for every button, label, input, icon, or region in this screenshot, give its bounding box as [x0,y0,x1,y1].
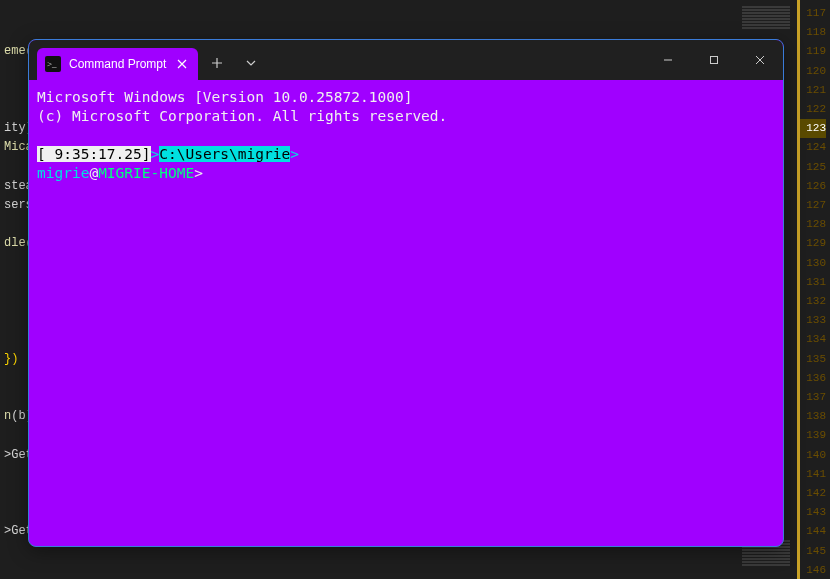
line-number: 146 [799,561,826,579]
line-number: 119 [799,42,826,61]
line-number: 122 [799,100,826,119]
svg-rect-2 [711,57,718,64]
line-number: 138 [799,407,826,426]
line-number: 129 [799,234,826,253]
line-number: 145 [799,542,826,561]
line-number: 125 [799,158,826,177]
terminal-titlebar[interactable]: >_ Command Prompt [29,40,783,80]
line-number: 118 [799,23,826,42]
line-number: 133 [799,311,826,330]
line-number: 134 [799,330,826,349]
line-number: 123 [799,119,826,138]
close-button[interactable] [737,40,783,80]
svg-text:>_: >_ [47,59,57,69]
editor-line-gutter: 1171181191201211221231241251261271281291… [798,0,830,579]
line-number: 124 [799,138,826,157]
tab-command-prompt[interactable]: >_ Command Prompt [37,48,198,80]
line-number: 144 [799,522,826,541]
maximize-button[interactable] [691,40,737,80]
prompt-gt: > [290,146,299,162]
line-number: 126 [799,177,826,196]
prompt-gt: > [194,165,203,181]
prompt-gt: > [151,146,160,162]
prompt-path: C:\Users\migrie [159,146,290,162]
line-number: 140 [799,446,826,465]
line-number: 136 [799,369,826,388]
line-number: 131 [799,273,826,292]
line-number: 139 [799,426,826,445]
line-number: 117 [799,4,826,23]
line-number: 127 [799,196,826,215]
line-number: 121 [799,81,826,100]
prompt-line-2: migrie@MIGRIE-HOME> [37,164,775,183]
terminal-window: >_ Command Prompt [28,39,784,547]
line-number: 135 [799,350,826,369]
tab-close-button[interactable] [174,56,190,72]
line-number: 137 [799,388,826,407]
banner-line: Microsoft Windows [Version 10.0.25872.10… [37,88,775,107]
window-caption-controls [645,40,783,80]
prompt-user: migrie [37,165,89,181]
tab-dropdown-button[interactable] [236,48,266,78]
line-number: 143 [799,503,826,522]
prompt-time: [ 9:35:17.25] [37,146,151,162]
line-number: 142 [799,484,826,503]
line-number: 130 [799,254,826,273]
line-number: 132 [799,292,826,311]
prompt-line-1: [ 9:35:17.25]>C:\Users\migrie> [37,145,775,164]
tab-title: Command Prompt [69,57,166,71]
terminal-output[interactable]: Microsoft Windows [Version 10.0.25872.10… [29,80,783,546]
banner-line: (c) Microsoft Corporation. All rights re… [37,107,775,126]
cmd-icon: >_ [45,56,61,72]
blank-line [37,126,775,145]
prompt-at: @ [89,165,98,181]
line-number: 128 [799,215,826,234]
line-number: 141 [799,465,826,484]
line-number: 120 [799,62,826,81]
minimize-button[interactable] [645,40,691,80]
prompt-host: MIGRIE-HOME [98,165,194,181]
tab-strip: >_ Command Prompt [29,40,266,80]
new-tab-button[interactable] [202,48,232,78]
